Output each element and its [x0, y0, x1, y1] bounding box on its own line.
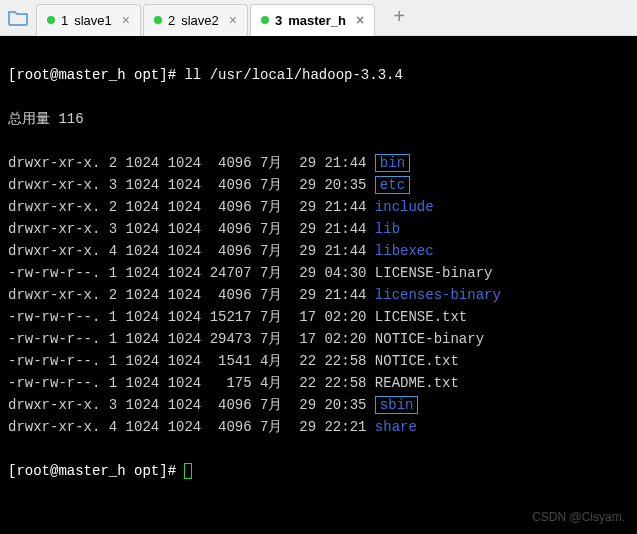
- list-item: -rw-rw-r--. 1 1024 1024 175 4月 22 22:58 …: [8, 372, 629, 394]
- status-dot-icon: [154, 16, 162, 24]
- file-name: NOTICE.txt: [375, 353, 459, 369]
- prompt-line: [root@master_h opt]#: [8, 460, 629, 482]
- dir-name: lib: [375, 221, 400, 237]
- prompt: [root@master_h opt]#: [8, 463, 176, 479]
- command: ll /usr/local/hadoop-3.3.4: [184, 67, 402, 83]
- listing-meta: drwxr-xr-x. 2 1024 1024 4096 7月 29 21:44: [8, 196, 375, 218]
- list-item: drwxr-xr-x. 2 1024 1024 4096 7月 29 21:44…: [8, 152, 629, 174]
- list-item: -rw-rw-r--. 1 1024 1024 15217 7月 17 02:2…: [8, 306, 629, 328]
- listing-meta: drwxr-xr-x. 2 1024 1024 4096 7月 29 21:44: [8, 284, 375, 306]
- listing-meta: drwxr-xr-x. 4 1024 1024 4096 7月 29 21:44: [8, 240, 375, 262]
- close-icon[interactable]: ×: [356, 12, 364, 28]
- list-item: drwxr-xr-x. 3 1024 1024 4096 7月 29 20:35…: [8, 394, 629, 416]
- list-item: drwxr-xr-x. 4 1024 1024 4096 7月 29 21:44…: [8, 240, 629, 262]
- dir-name: bin: [375, 154, 410, 172]
- tab-index: 3: [275, 13, 282, 28]
- tab-label: master_h: [288, 13, 346, 28]
- tab-bar: 1slave1×2slave2×3master_h× +: [0, 0, 637, 36]
- listing-meta: drwxr-xr-x. 3 1024 1024 4096 7月 29 20:35: [8, 174, 375, 196]
- listing-meta: drwxr-xr-x. 3 1024 1024 4096 7月 29 21:44: [8, 218, 375, 240]
- prompt-line: [root@master_h opt]# ll /usr/local/hadoo…: [8, 64, 629, 86]
- list-item: drwxr-xr-x. 4 1024 1024 4096 7月 29 22:21…: [8, 416, 629, 438]
- listing-meta: drwxr-xr-x. 2 1024 1024 4096 7月 29 21:44: [8, 152, 375, 174]
- close-icon[interactable]: ×: [122, 12, 130, 28]
- dir-name: libexec: [375, 243, 434, 259]
- close-icon[interactable]: ×: [229, 12, 237, 28]
- new-tab-button[interactable]: +: [383, 2, 415, 34]
- list-item: drwxr-xr-x. 2 1024 1024 4096 7月 29 21:44…: [8, 284, 629, 306]
- listing-meta: -rw-rw-r--. 1 1024 1024 175 4月 22 22:58: [8, 372, 375, 394]
- tab-index: 2: [168, 13, 175, 28]
- list-item: drwxr-xr-x. 2 1024 1024 4096 7月 29 21:44…: [8, 196, 629, 218]
- total-line: 总用量 116: [8, 108, 629, 130]
- dir-name: include: [375, 199, 434, 215]
- tab-index: 1: [61, 13, 68, 28]
- listing-meta: -rw-rw-r--. 1 1024 1024 1541 4月 22 22:58: [8, 350, 375, 372]
- cursor: [184, 463, 192, 479]
- file-name: NOTICE-binary: [375, 331, 484, 347]
- status-dot-icon: [261, 16, 269, 24]
- tab-master_h[interactable]: 3master_h×: [250, 4, 375, 36]
- file-name: LICENSE.txt: [375, 309, 467, 325]
- listing-meta: -rw-rw-r--. 1 1024 1024 24707 7月 29 04:3…: [8, 262, 375, 284]
- list-item: drwxr-xr-x. 3 1024 1024 4096 7月 29 21:44…: [8, 218, 629, 240]
- watermark: CSDN @Cisyam.: [532, 506, 625, 528]
- dir-name: licenses-binary: [375, 287, 501, 303]
- dir-name: etc: [375, 176, 410, 194]
- file-name: README.txt: [375, 375, 459, 391]
- prompt: [root@master_h opt]#: [8, 67, 176, 83]
- list-item: drwxr-xr-x. 3 1024 1024 4096 7月 29 20:35…: [8, 174, 629, 196]
- listing-meta: -rw-rw-r--. 1 1024 1024 29473 7月 17 02:2…: [8, 328, 375, 350]
- list-item: -rw-rw-r--. 1 1024 1024 29473 7月 17 02:2…: [8, 328, 629, 350]
- listing-meta: drwxr-xr-x. 3 1024 1024 4096 7月 29 20:35: [8, 394, 375, 416]
- file-name: LICENSE-binary: [375, 265, 493, 281]
- list-item: -rw-rw-r--. 1 1024 1024 1541 4月 22 22:58…: [8, 350, 629, 372]
- listing-meta: -rw-rw-r--. 1 1024 1024 15217 7月 17 02:2…: [8, 306, 375, 328]
- tab-slave2[interactable]: 2slave2×: [143, 4, 248, 36]
- tab-label: slave2: [181, 13, 219, 28]
- status-dot-icon: [47, 16, 55, 24]
- list-item: -rw-rw-r--. 1 1024 1024 24707 7月 29 04:3…: [8, 262, 629, 284]
- dir-name: share: [375, 419, 417, 435]
- tab-label: slave1: [74, 13, 112, 28]
- folder-icon[interactable]: [0, 0, 36, 36]
- dir-name: sbin: [375, 396, 419, 414]
- tab-slave1[interactable]: 1slave1×: [36, 4, 141, 36]
- listing-meta: drwxr-xr-x. 4 1024 1024 4096 7月 29 22:21: [8, 416, 375, 438]
- terminal[interactable]: [root@master_h opt]# ll /usr/local/hadoo…: [0, 36, 637, 534]
